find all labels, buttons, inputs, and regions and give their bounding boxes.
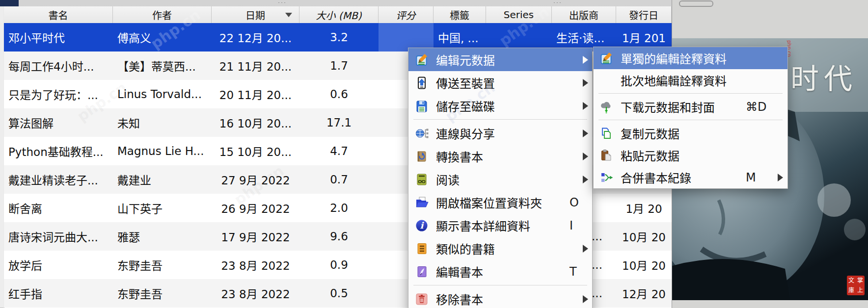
- row-grip[interactable]: [0, 6, 3, 24]
- column-grip-dots[interactable]: [553, 1, 562, 5]
- row-grip[interactable]: [0, 137, 3, 166]
- cell-date[interactable]: 22 12月 20...: [212, 23, 299, 51]
- cell-title[interactable]: 唐诗宋词元曲大...: [4, 222, 113, 251]
- cell-pubdate[interactable]: 10月 20: [616, 251, 672, 279]
- cell-title[interactable]: Python基础教程...: [4, 137, 113, 165]
- column-header-label: 作者: [152, 8, 172, 22]
- context-menu-item-save-to-disk[interactable]: 儲存至磁碟: [408, 94, 592, 117]
- row-grip[interactable]: [0, 194, 3, 223]
- row-grip[interactable]: [0, 251, 3, 280]
- cell-author[interactable]: Linus Torvald...: [113, 80, 212, 108]
- menu-item-label: 儲存至磁碟: [436, 97, 495, 114]
- cell-size[interactable]: 0.9: [299, 251, 379, 279]
- cell-size[interactable]: 3.2: [299, 23, 379, 51]
- row-grip[interactable]: [0, 108, 3, 137]
- menu-item-shortcut: O: [570, 196, 579, 209]
- context-menu-item-book-details[interactable]: i顯示書本詳細資料I: [408, 214, 592, 237]
- context-menu-item-connect-share[interactable]: 連線與分享: [408, 122, 592, 145]
- context-menu-item-read-book[interactable]: 阅读: [408, 168, 592, 191]
- submenu-arrow-icon: [778, 174, 783, 181]
- cell-date[interactable]: 16 10月 20...: [212, 108, 299, 137]
- column-grip-dots[interactable]: [277, 1, 286, 5]
- menu-item-shortcut: T: [570, 265, 577, 279]
- column-header-label: 评分: [396, 8, 416, 22]
- submenu-item-paste-metadata[interactable]: 粘贴元数据: [594, 144, 787, 166]
- cell-size[interactable]: 0.5: [299, 279, 379, 308]
- cell-title[interactable]: 算法图解: [4, 108, 113, 137]
- context-menu-item-convert-books[interactable]: 轉換書本: [408, 145, 592, 168]
- column-header-rating[interactable]: 评分: [379, 6, 434, 23]
- cell-date[interactable]: 26 9月 2022: [212, 194, 299, 222]
- cell-size[interactable]: 4.7: [299, 137, 379, 165]
- cell-date[interactable]: 20 11月 20...: [212, 80, 299, 108]
- row-grip[interactable]: [0, 51, 3, 80]
- row-grip[interactable]: [0, 222, 3, 251]
- context-menu-item-edit-metadata[interactable]: 编辑元数据: [408, 48, 592, 71]
- cell-pubdate[interactable]: 10月 20: [616, 222, 672, 251]
- cell-date[interactable]: 23 8月 2022: [212, 279, 299, 308]
- cell-author[interactable]: Magnus Lie H...: [113, 137, 212, 165]
- cell-author[interactable]: 东野圭吾: [113, 279, 212, 308]
- cell-author[interactable]: 【美】蒂莫西...: [113, 51, 212, 80]
- column-header-author[interactable]: 作者: [113, 6, 212, 23]
- menu-item-shortcut: ⌘D: [746, 100, 766, 114]
- seal-character: 文: [848, 278, 854, 284]
- cell-date[interactable]: 15 10月 20...: [212, 137, 299, 165]
- cell-size[interactable]: 2.0: [299, 194, 379, 222]
- sort-descending-icon[interactable]: [285, 13, 292, 17]
- submenu-item-copy-metadata[interactable]: 复制元数据: [594, 122, 787, 144]
- cell-pubdate[interactable]: 12月 20: [616, 279, 672, 308]
- submenu-arrow-icon: [583, 153, 588, 160]
- cell-title[interactable]: 放学后: [4, 251, 113, 279]
- cell-author[interactable]: 未知: [113, 108, 212, 137]
- submenu-item-download-metadata[interactable]: 下载元数据和封面⌘D: [594, 96, 787, 118]
- convert-books-icon: [414, 149, 429, 164]
- context-menu-item-send-to-device[interactable]: 傳送至裝置: [408, 71, 592, 94]
- scrollbar-thumb[interactable]: [679, 0, 713, 7]
- row-grip[interactable]: [0, 165, 3, 194]
- edit-metadata-icon: [599, 51, 613, 65]
- cell-size[interactable]: 17.1: [299, 108, 379, 137]
- row-grip[interactable]: [0, 279, 3, 308]
- cell-title[interactable]: 邓小平时代: [4, 23, 113, 51]
- context-menu-item-edit-book[interactable]: 編輯書本T: [408, 260, 592, 283]
- cell-author[interactable]: 东野圭吾: [113, 251, 212, 279]
- column-header-date[interactable]: 日期: [212, 6, 299, 23]
- cell-date[interactable]: 23 8月 2022: [212, 251, 299, 279]
- context-menu-item-similar-books[interactable]: 類似的書籍: [408, 237, 592, 260]
- submenu-item-edit-metadata[interactable]: 單獨的編輯詮釋資料: [594, 47, 787, 69]
- column-header-tags[interactable]: 標籤: [434, 6, 486, 23]
- cell-pubdate[interactable]: 1月 20: [616, 194, 672, 222]
- submenu-item-item[interactable]: 批次地編輯詮釋資料: [594, 69, 787, 91]
- edit-metadata-submenu: 單獨的編輯詮釋資料批次地編輯詮釋資料下载元数据和封面⌘D复制元数据粘贴元数据合併…: [593, 47, 788, 189]
- row-grip[interactable]: [0, 23, 3, 52]
- column-header-pubdate[interactable]: 發行日: [616, 6, 672, 23]
- cell-size[interactable]: 0.6: [299, 80, 379, 108]
- context-menu-item-open-folder[interactable]: 開啟檔案位置資料夾O: [408, 191, 592, 214]
- cell-title[interactable]: 只是为了好玩：...: [4, 80, 113, 108]
- submenu-arrow-icon: [583, 295, 588, 303]
- column-header-title[interactable]: 書名: [4, 6, 113, 23]
- cell-author[interactable]: 戴建业: [113, 165, 212, 194]
- column-header-publisher[interactable]: 出版商: [552, 6, 616, 23]
- cell-title[interactable]: 每周工作4小时...: [4, 51, 113, 80]
- cell-date[interactable]: 21 11月 20...: [212, 51, 299, 80]
- cell-date[interactable]: 17 9月 2022: [212, 222, 299, 251]
- cell-author[interactable]: 雅瑟: [113, 222, 212, 251]
- cell-author[interactable]: 山下英子: [113, 194, 212, 222]
- row-grip[interactable]: [0, 80, 3, 109]
- cell-size[interactable]: 0.7: [299, 165, 379, 194]
- cell-author[interactable]: 傅高义: [113, 23, 212, 51]
- column-header-size[interactable]: 大小 (MB): [299, 6, 379, 23]
- cell-title[interactable]: 断舍离: [4, 194, 113, 222]
- cell-size[interactable]: 1.7: [299, 51, 379, 80]
- cell-title[interactable]: 戴建业精读老子...: [4, 165, 113, 194]
- context-menu-item-remove-books[interactable]: 移除書本: [408, 287, 592, 308]
- cell-size[interactable]: 9.6: [299, 222, 379, 251]
- submenu-item-merge-records[interactable]: 合併書本紀錄M: [594, 166, 787, 188]
- column-header-series[interactable]: Series: [486, 6, 552, 23]
- cover-title-text: 时代: [790, 56, 857, 97]
- cell-date[interactable]: 27 9月 2022: [212, 165, 299, 194]
- cell-title[interactable]: 红手指: [4, 279, 113, 308]
- seal-character: 掌: [857, 278, 863, 284]
